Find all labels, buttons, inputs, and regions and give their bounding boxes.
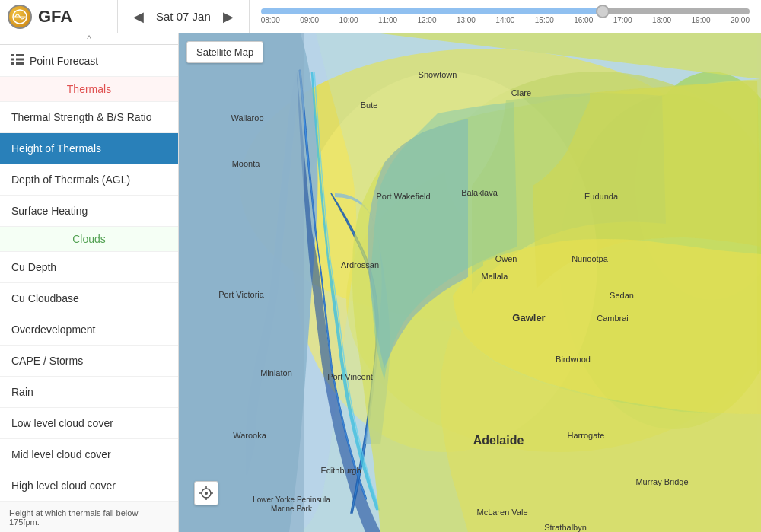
sidebar-item-height-of-thermals[interactable]: Height of Thermals [0,133,178,164]
sidebar-item-cu-cloudbase[interactable]: Cu Cloudbase [0,283,178,314]
next-button[interactable]: ▶ [217,5,240,28]
sidebar-section-clouds: Clouds [0,227,178,252]
sidebar-item-high-level-cloud-cover[interactable]: High level cloud cover [0,470,178,502]
list-icon [11,54,24,67]
timeline-label: 08:00 [261,16,280,24]
sidebar-footer: Height at which thermals fall below 175f… [0,502,178,532]
svg-text:Warooka: Warooka [233,431,266,440]
point-forecast-label: Point Forecast [30,55,98,67]
timeline-label: 17:00 [613,16,632,24]
svg-text:Murray Bridge: Murray Bridge [635,477,688,486]
sidebar: ^ Point Forecast ThermalsThermal Strengt… [0,33,179,532]
satellite-map-button[interactable]: Satellite Map [186,41,263,63]
svg-rect-14 [179,33,304,532]
svg-text:Minlaton: Minlaton [260,368,292,377]
timeline-slider-track[interactable] [261,8,750,14]
timeline-label: 18:00 [652,16,671,24]
timeline-label: 10:00 [339,16,358,24]
sidebar-item-low-level-cloud-cover[interactable]: Low level cloud cover [0,408,178,439]
map-svg: Snowtown Clare Wallaroo Bute Moonta Port… [179,33,761,532]
svg-text:Wallaroo: Wallaroo [231,113,264,123]
timeline-label: 15:00 [535,16,554,24]
svg-rect-6 [16,62,24,65]
sidebar-section-thermals: Thermals [0,77,178,102]
timeline-label: 14:00 [495,16,514,24]
timeline-label: 09:00 [300,16,319,24]
sidebar-item-overdevelopment[interactable]: Overdevelopment [0,314,178,346]
svg-text:Port Vincent: Port Vincent [327,372,373,381]
timeline-label: 12:00 [417,16,436,24]
svg-text:Adelaide: Adelaide [473,434,524,447]
svg-text:Moonta: Moonta [232,159,261,168]
svg-text:Bute: Bute [361,100,378,110]
sidebar-item-cape--storms[interactable]: CAPE / Storms [0,346,178,377]
sidebar-item-cu-depth[interactable]: Cu Depth [0,252,178,283]
svg-rect-3 [11,59,14,61]
svg-text:Lower Yorke Peninsula: Lower Yorke Peninsula [253,495,330,504]
svg-text:Nuriootpa: Nuriootpa [572,254,609,263]
nav-area: ◀ Sat 07 Jan ▶ [118,0,250,33]
timeline-label: 19:00 [692,16,711,24]
timeline-thumb[interactable] [596,5,610,18]
svg-text:Marine Park: Marine Park [271,505,313,513]
svg-text:Birdwood: Birdwood [556,355,591,364]
sidebar-item-surface-heating[interactable]: Surface Heating [0,196,178,227]
svg-text:Edithburgh: Edithburgh [320,466,361,475]
sidebar-item-point-forecast[interactable]: Point Forecast [0,45,178,77]
svg-text:Ardrossan: Ardrossan [341,260,379,269]
sidebar-item-mid-level-cloud-cover[interactable]: Mid level cloud cover [0,439,178,470]
svg-text:Harrogate: Harrogate [568,431,605,440]
timeline-label: 11:00 [378,16,397,24]
svg-text:Balaklava: Balaklava [461,188,498,197]
svg-text:Port Wakefield: Port Wakefield [376,192,430,201]
svg-rect-2 [16,54,24,56]
map-container[interactable]: Snowtown Clare Wallaroo Bute Moonta Port… [179,33,761,532]
svg-text:Sedan: Sedan [610,291,634,300]
timeline-area: 08:0009:0010:0011:0012:0013:0014:0015:00… [250,8,761,24]
crosshair-icon [199,486,213,500]
logo-area: GFA [0,0,118,33]
prev-button[interactable]: ◀ [127,5,150,28]
svg-text:Gawler: Gawler [512,312,545,323]
date-display: Sat 07 Jan [156,10,211,23]
sidebar-items-container: ThermalsThermal Strength & B/S RatioHeig… [0,77,178,502]
timeline-labels: 08:0009:0010:0011:0012:0013:0014:0015:00… [261,16,750,24]
map-background: Snowtown Clare Wallaroo Bute Moonta Port… [179,33,761,532]
svg-rect-4 [16,59,24,61]
svg-text:Owen: Owen [495,254,517,263]
svg-rect-5 [11,62,14,65]
svg-text:Eudunda: Eudunda [584,192,619,201]
app-logo [8,5,32,29]
timeline-label: 20:00 [731,16,750,24]
svg-rect-1 [11,54,14,56]
timeline-label: 13:00 [457,16,476,24]
svg-text:Strathalbyn: Strathalbyn [544,523,587,532]
sidebar-item-rain[interactable]: Rain [0,377,178,408]
svg-text:Cambrai: Cambrai [597,314,629,323]
sidebar-item-depth-of-thermals-agl[interactable]: Depth of Thermals (AGL) [0,164,178,196]
svg-text:Port Victoria: Port Victoria [218,290,265,299]
timeline-label: 16:00 [574,16,593,24]
svg-text:McLaren Vale: McLaren Vale [476,508,527,517]
sidebar-toggle[interactable]: ^ [0,33,178,45]
location-button[interactable] [194,481,218,505]
app-title: GFA [38,7,72,27]
svg-point-45 [205,492,208,495]
svg-text:Mallala: Mallala [482,272,509,281]
sidebar-item-thermal-strength--bs-ratio[interactable]: Thermal Strength & B/S Ratio [0,102,178,133]
header: GFA ◀ Sat 07 Jan ▶ 08:0009:0010:0011:001… [0,0,761,33]
svg-text:Clare: Clare [511,88,531,97]
svg-text:Snowtown: Snowtown [419,70,457,79]
